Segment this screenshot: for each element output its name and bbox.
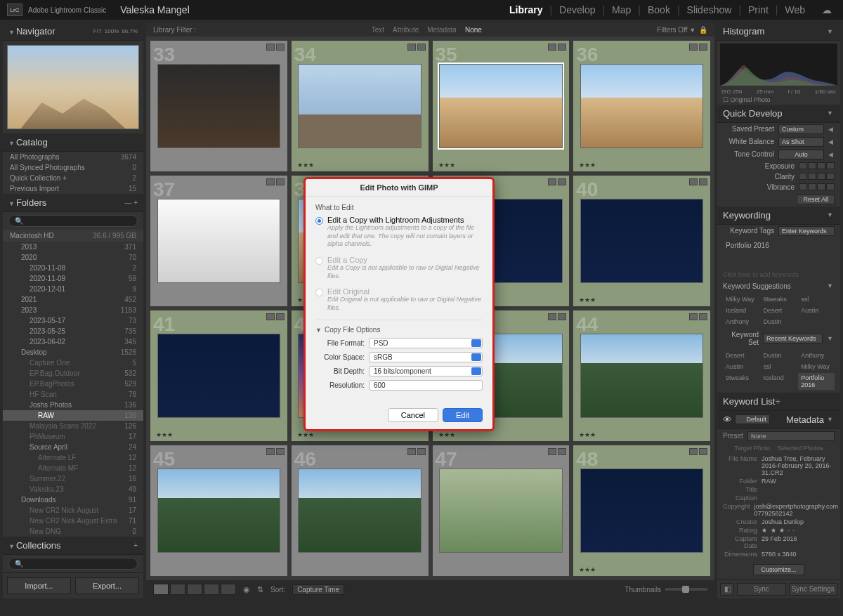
target-photo-tab[interactable]: Target Photo [734,445,770,452]
catalog-header[interactable]: ▼Catalog [3,133,143,152]
metadata-row[interactable]: FolderRAW [723,477,835,485]
keyword-set-item[interactable]: Austin [723,362,759,372]
keyword-set-item[interactable]: Portfolio 2016 [798,373,835,390]
folder-item[interactable]: Joshs Photos136 [3,400,143,410]
survey-view-button[interactable] [204,584,219,595]
badge-icon[interactable] [689,448,698,455]
thumbnail-image[interactable] [157,468,280,553]
keyword-suggestion[interactable]: 9tweaks [761,294,797,304]
badge-icon[interactable] [276,313,285,320]
badge-icon[interactable] [558,313,566,320]
metadata-row[interactable]: CreatorJoshua Dunlop [723,518,835,526]
cloud-sync-icon[interactable]: ☁ [818,4,836,15]
folder-filter-input[interactable]: 🔍 [8,215,138,227]
original-photo-checkbox-label[interactable]: Original Photo [731,96,771,103]
grid-cell[interactable]: 36★★★ [573,41,710,171]
grid-cell[interactable]: 34★★★ [292,41,429,171]
keyword-set-item[interactable]: Milky Way [798,362,835,372]
badge-icon[interactable] [266,44,275,51]
metadata-row[interactable]: Rating★ ★ ★ · · [723,526,835,535]
zoom-preset[interactable]: 100% [105,28,119,34]
folder-item[interactable]: 20231153 [3,305,143,315]
badge-icon[interactable] [699,44,707,51]
metadata-value[interactable]: Joshua Dunlop [762,518,835,525]
rating-stars[interactable]: ★★★ [156,431,173,438]
filter-mode-none[interactable]: None [465,26,482,34]
folder-item[interactable]: New DNG0 [3,526,143,537]
rating-stars[interactable]: ★★★ [297,162,314,169]
grid-cell[interactable]: 37 [150,176,287,306]
grid-cell[interactable]: 47 [433,445,570,576]
folder-item[interactable]: EP.BagPhotos529 [3,379,143,389]
folder-item[interactable]: EP.Bag.Outdoor532 [3,368,143,379]
folder-item[interactable]: Desktop1526 [3,347,143,358]
folders-add-remove[interactable]: — + [124,199,138,207]
metadata-value[interactable]: 29 Feb 2016 [762,535,835,549]
folder-item[interactable]: PhMuseum17 [3,431,143,442]
badge-icon[interactable] [266,178,275,185]
edit-copy-with-adjustments-option[interactable]: Edit a Copy with Lightroom Adjustments A… [315,216,483,249]
metadata-row[interactable]: Caption [723,494,835,502]
grid-cell[interactable]: 46 [292,445,429,576]
edit-button[interactable]: Edit [443,408,483,422]
grid-cell[interactable]: 48★★★ [573,445,710,576]
folder-item[interactable]: Valeska.2349 [3,484,143,494]
badge-icon[interactable] [548,178,556,185]
thumbnail-image[interactable] [439,468,562,553]
badge-icon[interactable] [558,44,566,51]
badge-icon[interactable] [689,44,698,51]
auto-tone-button[interactable]: Auto [778,150,824,159]
metadata-row[interactable]: Copyrightjosh@expertphotography.com 0779… [723,502,835,518]
collapse-icon[interactable]: ▼ [827,282,833,289]
sort-direction-icon[interactable]: ⇅ [257,585,263,594]
histogram-display[interactable] [720,44,837,86]
folder-item[interactable]: 2020-12-019 [3,284,143,294]
copy-options-label[interactable]: Copy File Options [325,326,380,334]
import-button[interactable]: Import... [7,577,71,594]
keyword-suggestion[interactable]: Iceland [723,306,759,315]
painter-tool-icon[interactable]: ◉ [243,585,250,594]
badge-icon[interactable] [548,448,556,455]
badge-icon[interactable] [689,178,698,185]
clarity-steppers[interactable] [799,173,835,180]
folder-item[interactable]: 202070 [3,252,143,263]
sync-toggle[interactable]: ◧ [720,583,734,596]
thumbnail-image[interactable] [298,64,421,149]
catalog-item[interactable]: Quick Collection +2 [3,173,143,183]
keyword-suggestion[interactable]: Desert [761,306,797,315]
compare-view-button[interactable] [187,584,202,595]
metadata-set-select[interactable]: Default [735,414,770,424]
folder-item[interactable]: Capture One5 [3,358,143,368]
folder-item[interactable]: Source April24 [3,442,143,452]
keyword-set-item[interactable]: ssl [761,362,797,372]
badge-icon[interactable] [417,44,426,51]
folder-item[interactable]: 2013371 [3,242,143,252]
sync-settings-button[interactable]: Sync Settings [789,583,838,596]
collections-header[interactable]: ▼Collections + [3,537,143,555]
folder-item[interactable]: Malaysia Scans 2022126 [3,421,143,431]
badge-icon[interactable] [558,448,566,455]
keyword-set-item[interactable]: Dustin [761,350,797,360]
collapse-icon[interactable]: ▼ [827,335,833,342]
thumbnail-image[interactable] [580,334,703,419]
grid-cell[interactable]: 44★★★ [573,310,710,441]
thumbnail-image[interactable] [580,64,703,149]
sort-select[interactable]: Capture Time [292,584,344,595]
keyword-suggestion[interactable]: Austin [798,306,835,315]
thumbnail-image[interactable] [439,64,562,149]
module-tab-map[interactable]: Map [608,4,635,15]
metadata-preset-select[interactable]: None [747,431,835,441]
grid-cell[interactable]: 41★★★ [150,310,287,441]
grid-cell[interactable]: 45 [150,445,287,576]
customize-button[interactable]: Customize... [753,564,804,575]
thumbnail-image[interactable] [157,64,280,149]
metadata-value[interactable]: Joshua Tree, February 2016-February 29, … [762,455,835,476]
navigator-zoom[interactable]: FIT100%86.7% [93,28,138,34]
metadata-value[interactable] [762,494,835,502]
filter-mode-attribute[interactable]: Attribute [393,26,419,34]
thumbnail-image[interactable] [157,334,280,419]
eye-icon[interactable]: 👁 [723,414,732,425]
filters-off[interactable]: Filters Off [657,26,687,34]
metadata-row[interactable]: Capture Date29 Feb 2016 [723,535,835,550]
catalog-item[interactable]: All Synced Photographs0 [3,162,143,173]
